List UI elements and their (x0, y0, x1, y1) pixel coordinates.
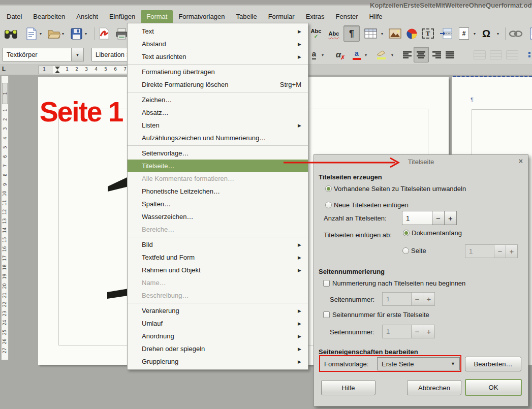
special-character-button[interactable]: Ω (479, 25, 494, 42)
menu-item[interactable]: Bereiche… ▶ (128, 223, 308, 236)
save-button[interactable] (69, 25, 84, 42)
menubar-item[interactable]: Ansicht (71, 10, 104, 23)
insert-chart-button[interactable] (404, 25, 419, 42)
menu-item[interactable]: Textfeld und Form ▶ (128, 251, 308, 264)
radio-page[interactable] (402, 247, 409, 254)
menu-item[interactable]: Verankerung ▶ (128, 304, 308, 317)
radio-convert-label[interactable]: Vorhandene Seiten zu Titelseiten umwande… (334, 185, 466, 193)
new-document-button[interactable] (24, 25, 39, 42)
radio-insert-label[interactable]: Neue Titelseiten einfügen (334, 201, 409, 209)
increment-button[interactable]: + (506, 244, 518, 258)
decrease-paragraph-spacing-button[interactable] (505, 47, 519, 62)
radio-document-start-label[interactable]: Dokumentanfang (412, 229, 462, 237)
find-replace-button[interactable] (3, 25, 18, 42)
new-document-dropdown[interactable]: ▾ (38, 30, 44, 37)
page-number-input-2[interactable]: 1 (382, 325, 412, 338)
footnote-button[interactable] (526, 25, 532, 42)
save-dropdown[interactable]: ▾ (83, 30, 89, 37)
menubar-item[interactable]: Formatvorlagen (173, 10, 230, 23)
menu-item[interactable]: Direkte Formatierung löschen Strg+M ▶ (128, 78, 308, 91)
menubar-item[interactable]: Extras (300, 10, 330, 23)
menu-item[interactable]: Rahmen und Objekt ▶ (128, 264, 308, 276)
insert-textbox-button[interactable]: T (420, 25, 435, 42)
menubar-item[interactable]: Fenster (330, 10, 364, 23)
tab-stop-selector[interactable]: L (2, 66, 6, 73)
menubar-item[interactable]: Hilfe (364, 10, 388, 23)
menu-item[interactable]: Drehen oder spiegeln ▶ (128, 342, 308, 355)
menu-item[interactable]: Aufzählungszeichen und Nummerierung… ▶ (128, 132, 308, 144)
insert-page-break-button[interactable] (438, 25, 453, 42)
checkbox-restart-numbering[interactable] (323, 280, 330, 287)
page-number-dropdown[interactable]: ▾ (472, 30, 478, 37)
align-center-button[interactable] (414, 47, 429, 62)
insert-page-number-button[interactable]: # (456, 25, 472, 42)
titlepage-count-input[interactable]: 1 (402, 211, 432, 225)
menu-item[interactable]: Text ▶ (128, 25, 308, 38)
line-spacing-button[interactable] (473, 47, 487, 62)
page-input[interactable]: 1 (465, 244, 494, 258)
menu-item[interactable]: Listen ▶ (128, 119, 308, 132)
cancel-button[interactable]: Abbrechen (407, 380, 461, 395)
ok-button[interactable]: OK (465, 379, 522, 396)
page-number-input-1[interactable]: 1 (382, 292, 412, 306)
menu-item[interactable]: Gruppierung ▶ (128, 355, 308, 368)
menu-item[interactable]: Abstand ▶ (128, 38, 308, 50)
paragraph-style-dropdown[interactable]: ▾ (71, 48, 84, 61)
menu-item[interactable]: Formatierung übertragen ▶ (128, 66, 308, 78)
menu-item[interactable]: Absatz… ▶ (128, 106, 308, 119)
spellcheck-button[interactable]: Abc ✓ (308, 25, 324, 42)
menubar-item[interactable]: Tabelle (230, 10, 262, 23)
indent-marker-icon[interactable] (55, 70, 60, 73)
toolbar-overflow-button[interactable] (522, 47, 532, 62)
indent-marker-icon[interactable] (55, 67, 60, 70)
menu-item[interactable]: Phonetische Leitzeichen… ▶ (128, 185, 308, 198)
paragraph-style-combo[interactable]: Textkörper (3, 48, 72, 61)
special-character-dropdown[interactable]: ▾ (495, 30, 501, 37)
radio-insert-new[interactable] (325, 202, 332, 208)
font-color-dropdown[interactable]: ▾ (363, 51, 369, 58)
underline-button[interactable]: a (307, 47, 321, 62)
menu-item[interactable]: Alle Kommentare formatieren… ▶ (128, 172, 308, 185)
increment-button[interactable]: + (423, 292, 435, 306)
menubar-item[interactable]: Bearbeiten (27, 10, 71, 23)
underline-dropdown[interactable]: ▾ (320, 51, 326, 58)
menu-item[interactable]: Text ausrichten ▶ (128, 50, 308, 63)
radio-document-start[interactable] (403, 230, 410, 236)
close-icon[interactable]: × (519, 157, 523, 165)
export-pdf-button[interactable] (97, 25, 112, 42)
highlight-color-dropdown[interactable]: ▾ (389, 51, 395, 58)
clear-formatting-button[interactable]: α ✗ (331, 47, 346, 62)
menu-item[interactable]: Beschreibung… ▶ (128, 289, 308, 302)
menu-item[interactable]: Bild ▶ (128, 238, 308, 251)
open-dropdown[interactable]: ▾ (60, 30, 66, 37)
justify-button[interactable] (443, 47, 457, 62)
horizontal-ruler[interactable]: 1 1 2 3 4 5 6 7 (38, 66, 128, 74)
menubar-item[interactable]: Format (141, 10, 173, 23)
decrement-button[interactable]: − (432, 211, 445, 225)
vertical-ruler[interactable]: 1 12345678910111213141516171819202122232… (1, 76, 9, 360)
highlight-color-button[interactable] (374, 47, 388, 62)
open-button[interactable] (46, 25, 61, 42)
insert-table-dropdown[interactable]: ▾ (379, 30, 385, 37)
decrement-button[interactable]: − (412, 325, 423, 338)
menubar-item[interactable]: Einfügen (104, 10, 141, 23)
checkbox-first-titlepage-number[interactable] (323, 311, 330, 318)
insert-table-button[interactable] (363, 25, 378, 42)
insert-hyperlink-button[interactable] (508, 25, 523, 42)
menubar-item[interactable]: Formular (263, 10, 300, 23)
increment-button[interactable]: + (445, 211, 457, 225)
menu-item[interactable]: Anordnung ▶ (128, 330, 308, 342)
decrement-button[interactable]: − (412, 292, 423, 306)
menu-item[interactable]: Name… ▶ (128, 276, 308, 289)
insert-image-button[interactable] (387, 25, 402, 42)
radio-convert-pages[interactable] (325, 185, 332, 192)
menu-item[interactable]: Wasserzeichen… ▶ (128, 210, 308, 223)
menu-item[interactable]: Umlauf ▶ (128, 317, 308, 330)
menu-item[interactable]: Spalten… ▶ (128, 198, 308, 210)
align-left-button[interactable] (400, 47, 415, 62)
align-right-button[interactable] (430, 47, 444, 62)
menubar-item[interactable]: Datei (1, 10, 27, 23)
formatting-marks-button[interactable]: ¶ (343, 25, 360, 42)
help-button[interactable]: Hilfe (321, 380, 375, 395)
menu-item[interactable]: Zeichen… ▶ (128, 93, 308, 106)
